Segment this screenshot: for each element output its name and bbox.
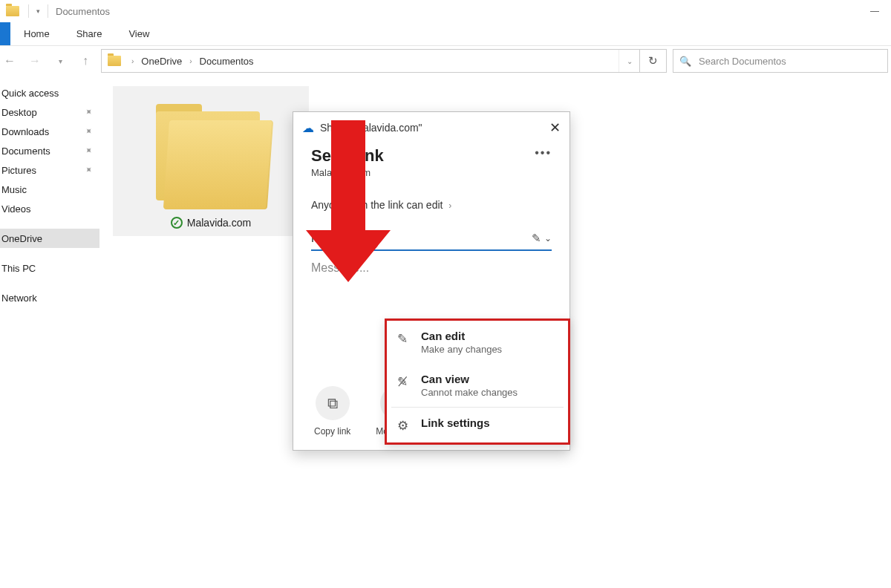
permission-option-can-view[interactable]: ✎̸ Can view Cannot make changes [387,364,568,407]
sidebar-item-this-pc[interactable]: This PC [0,258,99,278]
permission-option-link-settings[interactable]: ⚙ Link settings [387,408,568,442]
sidebar-item-label: Pictures [1,165,36,176]
window-titlebar: ▾ Documentos — [0,0,891,22]
chevron-right-icon: › [448,200,451,211]
sidebar-item-label: Downloads [1,126,49,137]
permission-dropdown-panel: ✎ Can edit Make any changes ✎̸ Can view … [385,318,570,445]
more-options-button[interactable]: ••• [535,146,552,160]
sidebar-item-label: Desktop [1,107,37,118]
option-subtitle: Make any changes [421,344,502,355]
separator [48,4,48,18]
option-title: Can edit [421,330,502,342]
search-box[interactable]: 🔍 [673,49,888,73]
dialog-subtitle: Malavida.com [311,167,384,178]
refresh-button[interactable]: ↻ [639,50,666,72]
sidebar-item-onedrive[interactable]: OneDrive [0,229,99,248]
nav-up-button[interactable]: ↑ [76,50,95,71]
search-icon: 🔍 [673,56,697,67]
folder-icon [151,98,270,209]
sidebar-item-label: Documents [1,146,50,157]
ribbon-tabs: Home Share View [0,22,891,46]
pencil-slash-icon: ✎̸ [397,374,412,390]
sidebar-item-pictures[interactable]: Pictures✦ [0,160,99,180]
onedrive-cloud-icon: ☁ [302,121,314,135]
address-bar[interactable]: › OneDrive › Documentos ⌄ ↻ [101,49,667,73]
content-pane: ✓ Malavida.com ☁ Share "Malavida.com" ✕ … [99,76,891,588]
folder-tile[interactable]: ✓ Malavida.com [113,86,309,236]
separator [28,4,29,18]
file-tab[interactable] [0,22,10,45]
navigation-sidebar: Quick access Desktop✦ Downloads✦ Documen… [0,76,99,588]
chevron-right-icon[interactable]: › [127,57,138,65]
close-button[interactable]: ✕ [549,120,561,136]
minimize-button[interactable]: — [858,0,891,22]
search-input[interactable] [697,55,887,68]
permission-option-can-edit[interactable]: ✎ Can edit Make any changes [387,321,568,364]
folder-icon [108,56,121,66]
sidebar-item-network[interactable]: Network [0,288,99,307]
nav-recent-dropdown[interactable]: ▾ [50,50,70,71]
breadcrumb-documentos[interactable]: Documentos [197,56,257,67]
sidebar-item-label: Music [1,184,27,195]
recipient-input[interactable]: Malavida ✎ ⌄ [311,232,552,251]
dialog-header: Share "Malavida.com" [320,122,422,134]
sync-ok-icon: ✓ [171,217,183,229]
link-permission-label: Anyone with the link can edit [311,199,443,211]
message-input[interactable]: Message... [311,261,552,275]
nav-back-button[interactable]: ← [0,50,19,71]
pin-icon: ✦ [82,164,95,177]
tab-view[interactable]: View [115,22,163,45]
nav-forward-button[interactable]: → [25,50,45,71]
sidebar-item-desktop[interactable]: Desktop✦ [0,102,99,122]
folder-caption-label: Malavida.com [187,217,251,229]
breadcrumb-onedrive[interactable]: OneDrive [138,56,185,67]
gear-icon: ⚙ [397,418,412,434]
chevron-right-icon[interactable]: › [185,57,196,65]
sidebar-item-videos[interactable]: Videos [0,199,99,218]
address-row: ← → ▾ ↑ › OneDrive › Documentos ⌄ ↻ 🔍 [0,46,891,76]
copy-link-label: Copy link [314,426,350,437]
pin-icon: ✦ [82,145,95,157]
window-title: Documentos [56,6,110,17]
pencil-icon[interactable]: ✎ [532,232,541,245]
sidebar-item-downloads[interactable]: Downloads✦ [0,122,99,141]
option-title: Link settings [421,416,490,429]
sidebar-item-label: Videos [1,203,31,215]
sidebar-item-documents[interactable]: Documents✦ [0,141,99,160]
sidebar-item-label: This PC [1,263,36,274]
option-title: Can view [421,373,518,385]
copy-link-button[interactable]: ⧉ Copy link [314,386,350,437]
sidebar-item-label: OneDrive [1,233,42,244]
pin-icon: ✦ [82,106,95,119]
sidebar-item-music[interactable]: Music [0,180,99,199]
tab-home[interactable]: Home [10,22,63,45]
dialog-title: Send link [311,146,384,166]
sidebar-item-label: Network [1,293,37,304]
sidebar-item-quick-access[interactable]: Quick access [0,83,99,102]
recipient-value: Malavida [311,232,532,245]
pin-icon: ✦ [82,125,95,138]
pencil-icon: ✎ [397,331,412,347]
link-permission-button[interactable]: Anyone with the link can edit › [311,199,552,211]
option-subtitle: Cannot make changes [421,387,518,398]
qat-dropdown-icon[interactable]: ▾ [36,7,40,15]
address-history-dropdown[interactable]: ⌄ [619,50,639,72]
folder-caption: ✓ Malavida.com [171,217,251,229]
tab-share[interactable]: Share [63,22,116,45]
link-icon: ⧉ [316,386,350,420]
permission-dropdown-button[interactable]: ⌄ [544,233,552,244]
folder-icon [6,6,19,16]
sidebar-item-label: Quick access [1,88,59,99]
